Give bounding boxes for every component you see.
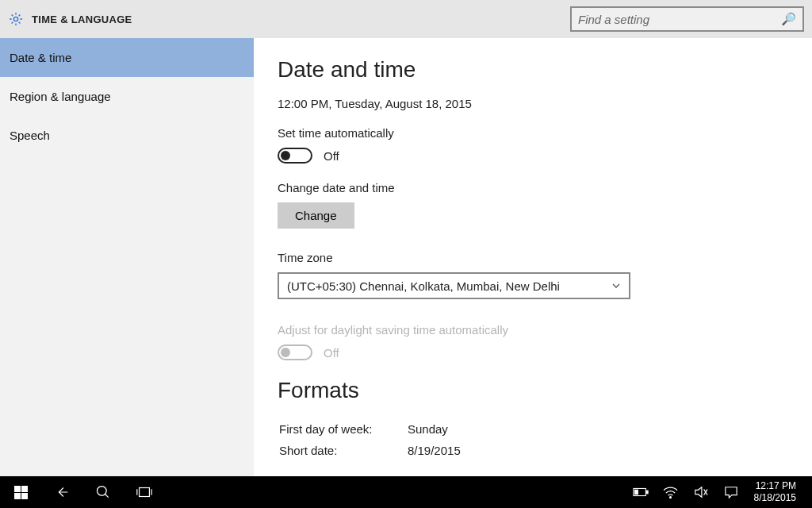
chevron-down-icon	[611, 279, 621, 293]
back-button[interactable]	[41, 476, 82, 508]
svg-point-10	[670, 496, 672, 498]
header-title: TIME & LANGUAGE	[32, 13, 132, 25]
main-content: Date and time 12:00 PM, Tuesday, August …	[254, 38, 812, 476]
action-center-icon[interactable]	[716, 476, 746, 508]
search-input[interactable]	[578, 13, 776, 26]
table-row: Short date: 8/19/2015	[279, 441, 461, 460]
set-time-auto-state: Off	[324, 149, 339, 163]
table-row: First day of week: Sunday	[279, 419, 461, 439]
sidebar-item-label: Speech	[10, 129, 50, 142]
dst-auto-label: Adjust for daylight saving time automati…	[278, 323, 788, 337]
current-datetime: 12:00 PM, Tuesday, August 18, 2015	[278, 97, 788, 110]
timezone-label: Time zone	[278, 251, 788, 264]
battery-icon[interactable]	[626, 476, 656, 508]
svg-point-0	[13, 17, 17, 21]
sidebar: Date & time Region & language Speech	[0, 38, 254, 476]
page-title: Date and time	[278, 57, 788, 83]
task-view-button[interactable]	[124, 476, 165, 508]
svg-rect-6	[140, 488, 150, 497]
set-time-auto-label: Set time automatically	[278, 126, 788, 140]
svg-rect-4	[21, 493, 28, 499]
cortana-search-button[interactable]	[82, 476, 124, 508]
formats-heading: Formats	[278, 378, 788, 403]
search-box[interactable]: 🔍	[570, 6, 804, 32]
svg-rect-8	[646, 491, 648, 494]
change-date-time-label: Change date and time	[278, 181, 788, 194]
svg-rect-9	[634, 490, 638, 494]
short-date-label: Short date:	[279, 441, 406, 460]
dst-auto-toggle	[278, 344, 312, 360]
search-icon: 🔍	[781, 12, 796, 26]
system-tray: 12:17 PM 8/18/2015	[626, 476, 812, 508]
svg-rect-3	[14, 493, 21, 499]
wifi-icon[interactable]	[656, 476, 686, 508]
settings-gear-icon	[8, 11, 24, 27]
sidebar-item-label: Date & time	[10, 51, 71, 64]
taskbar: 12:17 PM 8/18/2015	[0, 476, 812, 508]
volume-icon[interactable]	[686, 476, 716, 508]
dst-auto-state: Off	[324, 346, 339, 360]
timezone-value: (UTC+05:30) Chennai, Kolkata, Mumbai, Ne…	[287, 279, 560, 293]
sidebar-item-speech[interactable]: Speech	[0, 116, 254, 155]
set-time-auto-toggle[interactable]	[278, 148, 312, 164]
first-day-value: Sunday	[408, 419, 461, 439]
svg-rect-2	[21, 486, 28, 492]
taskbar-clock[interactable]: 12:17 PM 8/18/2015	[746, 480, 804, 504]
short-date-value: 8/19/2015	[408, 441, 461, 460]
taskbar-time: 12:17 PM	[754, 480, 796, 492]
sidebar-item-label: Region & language	[10, 90, 111, 103]
header-bar: TIME & LANGUAGE 🔍	[0, 0, 812, 38]
svg-rect-1	[14, 486, 21, 492]
sidebar-item-date-time[interactable]: Date & time	[0, 38, 254, 77]
formats-table: First day of week: Sunday Short date: 8/…	[278, 418, 462, 462]
svg-point-5	[98, 487, 107, 496]
change-button[interactable]: Change	[278, 202, 354, 229]
start-button[interactable]	[0, 476, 41, 508]
first-day-label: First day of week:	[279, 419, 406, 439]
sidebar-item-region-language[interactable]: Region & language	[0, 77, 254, 116]
taskbar-date: 8/18/2015	[754, 492, 796, 504]
timezone-select[interactable]: (UTC+05:30) Chennai, Kolkata, Mumbai, Ne…	[278, 272, 630, 299]
